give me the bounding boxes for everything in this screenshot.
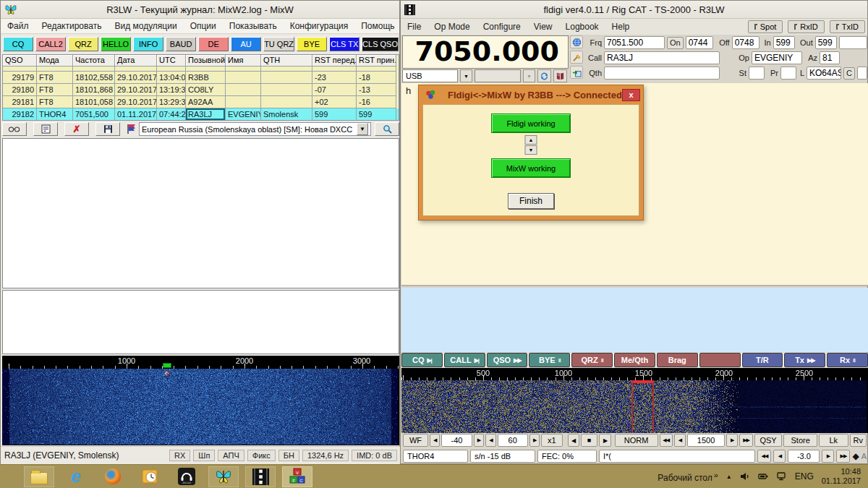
fldigi-menu-view[interactable]: View	[527, 20, 559, 33]
squelch-input[interactable]: -3.0	[788, 450, 820, 463]
mixw-rx-pane[interactable]	[2, 138, 399, 288]
fldigi-menu-file[interactable]: File	[401, 20, 427, 33]
fldigi-macro-tx[interactable]: Tx▶▶	[784, 353, 825, 367]
mixw-menu-помощь[interactable]: Помощь	[354, 20, 401, 33]
op-input[interactable]: EVGENIY	[752, 51, 802, 64]
fldigi-macro-brag[interactable]: Brag	[657, 353, 698, 367]
squelch-big-up-arrow[interactable]: ▶▶	[836, 450, 850, 463]
log-column-header-rst-прин-[interactable]: RST прин.	[357, 55, 396, 67]
fldigi-macro-me-qth[interactable]: Me/Qth	[614, 353, 655, 367]
mixw-menu-показывать[interactable]: Показывать	[223, 20, 284, 33]
fldigi-macro-blank-7[interactable]	[699, 353, 741, 367]
clear-fields-brush-icon[interactable]	[570, 51, 583, 64]
mixw-macro-bye[interactable]: BYE	[297, 37, 327, 51]
log-column-header-utc[interactable]: UTC	[157, 55, 186, 67]
refresh-button[interactable]	[537, 69, 551, 82]
dxcc-dropdown[interactable]: European Russia (Smolenskaya oblast) [SM…	[139, 122, 371, 136]
rst-out-input[interactable]: 599	[815, 36, 837, 49]
fldigi-waterfall-display[interactable]	[401, 380, 867, 433]
frequency-display[interactable]: 7050.000	[402, 35, 569, 69]
toggle-txid[interactable]: TxID	[830, 20, 865, 33]
save-log-button[interactable]	[95, 122, 120, 136]
mode-select[interactable]: USB	[402, 69, 458, 82]
mixw-macro-tu-qrz[interactable]: TU QRZ	[263, 37, 294, 51]
fldigi-menu-configure[interactable]: Configure	[477, 20, 527, 33]
time-on-input[interactable]: 0744	[686, 36, 713, 49]
mixw-macro-call2[interactable]: CALL2	[35, 37, 66, 51]
st-input[interactable]	[749, 67, 765, 80]
log-row[interactable]: 29182THOR47051,50001.11.201707:44:21RA3L…	[3, 108, 399, 121]
logbook-button[interactable]	[553, 69, 567, 82]
fldigi-menu-logbook[interactable]: Logbook	[559, 20, 605, 33]
search-button[interactable]	[375, 122, 399, 136]
wf-scroll-left-arrow[interactable]: ◀	[568, 434, 579, 447]
fldigi-menu-help[interactable]: Help	[605, 20, 637, 33]
mixw-status-item-фикс[interactable]: Фикс	[247, 450, 276, 461]
finish-button[interactable]: Finish	[508, 193, 554, 209]
qsy-button[interactable]: QSY	[754, 434, 783, 447]
fldigi-working-button[interactable]: Fldigi working	[491, 114, 571, 133]
wf-scroll-right-arrow[interactable]: ▶	[599, 434, 610, 447]
country-button[interactable]: C	[843, 67, 855, 80]
locator-input[interactable]: KO64AS	[807, 67, 841, 80]
mixw-menu-редактировать[interactable]: Редактировать	[35, 20, 109, 33]
fldigi-macro-bye[interactable]: BYE‖	[529, 353, 570, 367]
globe-icon[interactable]	[570, 35, 583, 48]
log-column-header-qso[interactable]: QSO	[3, 55, 37, 67]
store-button[interactable]: Store	[783, 434, 817, 447]
internet-explorer-button[interactable]: e	[61, 466, 91, 487]
mixw-macro-cq[interactable]: CQ	[3, 37, 33, 51]
fldigi-taskbar-button[interactable]	[245, 466, 276, 487]
bandwidth-select[interactable]	[475, 69, 521, 82]
toggle-spot[interactable]: Spot	[748, 20, 783, 33]
mixw-macro-de[interactable]: DE	[198, 37, 229, 51]
spinner-down-icon[interactable]: ▼	[525, 145, 537, 155]
clock[interactable]: 10:48 01.11.2017	[822, 467, 861, 486]
power-battery-icon[interactable]	[758, 472, 769, 481]
mixw-macro-cls-qso[interactable]: CLS QSO	[362, 37, 399, 51]
extra-input-1[interactable]	[839, 36, 867, 49]
log-column-header-имя[interactable]: Имя	[226, 55, 261, 67]
mixw-status-item-rx[interactable]: RX	[169, 450, 190, 461]
fldigi-macro-qrz[interactable]: QRZ‖	[571, 353, 613, 367]
fldigi-titlebar[interactable]: fldigi ver4.0.11 / Rig CAT - TS-2000 - R…	[401, 1, 867, 19]
az-input[interactable]: 81	[820, 51, 840, 64]
mixw-taskbar-button[interactable]	[208, 466, 239, 487]
mixw-menu-опции[interactable]: Опции	[184, 20, 223, 33]
eyeglasses-button[interactable]	[2, 122, 27, 136]
freq-up-arrow[interactable]: ▶	[726, 434, 738, 447]
on-button[interactable]: On	[667, 37, 684, 49]
mixw-menu-файл[interactable]: Файл	[1, 20, 35, 33]
mixw-waterfall-display[interactable]	[2, 369, 398, 445]
show-hidden-icons-button[interactable]: ▲	[726, 474, 732, 480]
mode-select-arrow[interactable]: ▼	[460, 69, 472, 82]
wf-stop-icon[interactable]: ■	[581, 434, 597, 447]
gateway-app-button[interactable]: VFC	[282, 466, 312, 487]
wf-lower-right-arrow[interactable]: ▶	[474, 434, 484, 447]
squelch-down-arrow[interactable]: ◀	[773, 450, 786, 463]
log-row[interactable]: 29180FT818101,86829.10.201713:19:30CO8LY…	[3, 84, 399, 96]
firefox-button[interactable]	[98, 466, 128, 487]
spinner-up-icon[interactable]: ▲	[525, 135, 537, 145]
mixw-macro-cls-tx[interactable]: CLS TX	[329, 37, 359, 51]
mixw-macro-baud[interactable]: BAUD	[166, 37, 196, 51]
language-indicator[interactable]: ENG	[795, 471, 814, 481]
extra-input-2[interactable]	[857, 67, 867, 80]
mixw-status-item-шп[interactable]: Шп	[193, 450, 215, 461]
mixw-macro-qrz[interactable]: QRZ	[68, 37, 98, 51]
fldigi-macro-call[interactable]: CALL▶|	[444, 353, 485, 367]
bandwidth-select-arrow[interactable]: ▼	[523, 69, 535, 82]
wf-range-right-arrow[interactable]: ▶	[529, 434, 540, 447]
mixw-macro-hello[interactable]: HELLO	[101, 37, 131, 51]
mixw-waterfall-scale[interactable]: 100020003000	[2, 356, 399, 369]
squelch-up-arrow[interactable]: ▶	[822, 450, 834, 463]
wf-lower-left-arrow[interactable]: ◀	[430, 434, 440, 447]
log-row[interactable]: 29179FT818102,55829.10.201713:04:00R3BB-…	[3, 72, 399, 84]
desktop-toolbar[interactable]: Рабочий стол»	[658, 471, 718, 483]
outlook-button[interactable]	[135, 466, 165, 487]
reverse-button[interactable]: Rv	[850, 434, 867, 447]
mixw-macro-au[interactable]: AU	[231, 37, 261, 51]
frq-input[interactable]: 7051.500	[604, 36, 665, 49]
freq-big-down-arrow[interactable]: ◀◀	[660, 434, 673, 447]
fldigi-macro-qso[interactable]: QSO▶▶	[487, 353, 528, 367]
